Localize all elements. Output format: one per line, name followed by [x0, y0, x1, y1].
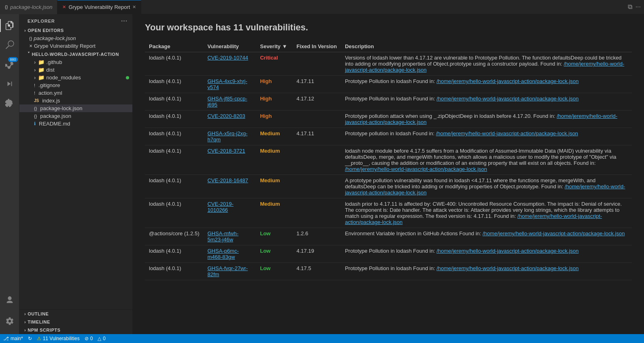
desc-link[interactable]: /home/jeremy/hello-world-javascript-acti… — [345, 113, 617, 125]
file-readme[interactable]: ℹ README.md — [19, 120, 132, 128]
desc-link[interactable]: /home/jeremy/hello-world-javascript-acti… — [436, 248, 578, 254]
desc-link[interactable]: /home/jeremy/hello-world-javascript-acti… — [482, 230, 625, 236]
vuln-link[interactable]: GHSA-fvqr-27wr-82fm — [207, 265, 248, 277]
activity-run[interactable] — [0, 74, 19, 94]
cell-desc: Prototype Pollution in lodash Found in: … — [341, 93, 632, 111]
cell-vuln[interactable]: GHSA-fvqr-27wr-82fm — [203, 263, 256, 280]
cell-vuln[interactable]: GHSA-jf85-cpcp-j695 — [203, 93, 256, 111]
vuln-link[interactable]: CVE-2018-16487 — [207, 177, 248, 183]
file-action-yml[interactable]: ! action.yml — [19, 89, 132, 97]
vuln-link[interactable]: GHSA-4xc9-xhrj-v574 — [207, 78, 247, 90]
file-dist[interactable]: › 📁 dist — [19, 66, 132, 74]
outline-arrow: › — [24, 311, 26, 316]
open-editor-grype[interactable]: ✕ Grype Vulnerability Report — [19, 42, 132, 50]
status-sync[interactable]: ↻ — [28, 336, 32, 341]
cell-desc: Prototype Pollution in lodash Found in: … — [341, 263, 632, 280]
status-branch[interactable]: ⎇ main* — [3, 336, 23, 341]
cell-desc: Prototype Pollution in lodash Found in: … — [341, 76, 632, 93]
warning-label: 11 Vulnerabilities — [43, 336, 80, 341]
status-warnings[interactable]: ⚠ 11 Vulnerabilities — [37, 336, 80, 341]
desc-link[interactable]: /home/jeremy/hello-world-javascript-acti… — [345, 166, 487, 172]
close-icon-editor[interactable]: ✕ — [29, 44, 32, 48]
activity-files[interactable] — [0, 16, 19, 35]
activity-source-control[interactable]: 880 — [0, 55, 19, 74]
cell-vuln[interactable]: GHSA-p6mc-m468-83gw — [203, 245, 256, 263]
vuln-link[interactable]: GHSA-mfwh-5m23-j46w — [207, 230, 238, 243]
cell-severity: Low — [256, 228, 292, 245]
cell-vuln[interactable]: CVE-2019-1010266 — [203, 198, 256, 228]
tab-label-grype: Grype Vulnerability Report — [68, 4, 130, 10]
tab-close-icon[interactable]: ✕ — [132, 4, 136, 10]
vuln-link[interactable]: CVE-2019-1010266 — [207, 201, 233, 213]
cell-vuln[interactable]: GHSA-x5rq-j2xg-h7qm — [203, 128, 256, 145]
cell-vuln[interactable]: CVE-2018-16487 — [203, 175, 256, 198]
npm-scripts-panel[interactable]: › NPM SCRIPTS — [19, 326, 132, 334]
cell-vuln[interactable]: CVE-2020-8203 — [203, 111, 256, 128]
vulnerability-table: Package Vulnerability Severity ▼ Fixed I… — [145, 41, 632, 280]
tab-label: package-lock.json — [10, 4, 52, 10]
file-icon-json: {} — [34, 106, 37, 111]
status-alerts[interactable]: △ 0 — [98, 336, 106, 341]
file-icon-action: ! — [34, 91, 35, 96]
cell-vuln[interactable]: GHSA-mfwh-5m23-j46w — [203, 228, 256, 245]
desc-link[interactable]: /home/jeremy/hello-world-javascript-acti… — [436, 130, 578, 136]
cell-fixed: 4.17.12 — [292, 93, 341, 111]
npm-arrow: › — [24, 328, 26, 332]
workspace-section[interactable]: ˅ HELLO-WORLD-JAVASCRIPT-ACTION — [19, 50, 132, 58]
cell-severity: Low — [256, 263, 292, 280]
cell-vuln[interactable]: GHSA-4xc9-xhrj-v574 — [203, 76, 256, 93]
desc-link[interactable]: /home/jeremy/hello-world-javascript-acti… — [345, 213, 602, 225]
desc-link[interactable]: /home/jeremy/hello-world-javascript-acti… — [345, 61, 624, 73]
activity-account[interactable] — [0, 290, 19, 310]
status-errors[interactable]: ⊘ 0 — [85, 336, 93, 341]
desc-link[interactable]: /home/jeremy/hello-world-javascript-acti… — [436, 78, 578, 84]
file-label: package-lock.json — [34, 35, 76, 41]
desc-link[interactable]: /home/jeremy/hello-world-javascript-acti… — [345, 183, 625, 196]
cell-vuln[interactable]: CVE-2019-10744 — [203, 52, 256, 76]
open-editor-package-lock[interactable]: {} package-lock.json — [19, 34, 132, 42]
activity-search[interactable] — [0, 35, 19, 55]
vuln-link[interactable]: CVE-2019-10744 — [207, 55, 248, 61]
open-editors-arrow: › — [24, 28, 26, 33]
vuln-link[interactable]: GHSA-jf85-cpcp-j695 — [207, 96, 247, 108]
table-row: lodash (4.0.1) CVE-2020-8203 High Protot… — [145, 111, 632, 128]
activity-extensions[interactable] — [0, 94, 19, 113]
tab-grype-report[interactable]: ✕ Grype Vulnerability Report ✕ — [57, 0, 141, 14]
cell-severity: Medium — [256, 175, 292, 198]
outline-panel[interactable]: › OUTLINE — [19, 310, 132, 318]
outline-label: OUTLINE — [28, 311, 49, 316]
cell-severity: High — [256, 93, 292, 111]
cell-package: lodash (4.0.1) — [145, 198, 203, 228]
file-package-json[interactable]: {} package.json — [19, 112, 132, 120]
desc-link[interactable]: /home/jeremy/hello-world-javascript-acti… — [436, 265, 578, 271]
sidebar-bottom: › OUTLINE › TIMELINE › NPM SCRIPTS — [19, 309, 132, 334]
table-row: lodash (4.0.1) CVE-2018-3721 Medium loda… — [145, 145, 632, 175]
cell-vuln[interactable]: CVE-2018-3721 — [203, 145, 256, 175]
vuln-link[interactable]: GHSA-p6mc-m468-83gw — [207, 248, 238, 260]
split-editor-icon[interactable]: ⧉ — [628, 3, 632, 11]
file-package-lock[interactable]: {} package-lock.json — [19, 104, 132, 112]
open-editors-section[interactable]: › OPEN EDITORS — [19, 26, 132, 34]
vuln-link[interactable]: GHSA-x5rq-j2xg-h7qm — [207, 130, 247, 143]
col-header-vuln: Vulnerability — [203, 41, 256, 52]
cell-package: lodash (4.0.1) — [145, 76, 203, 93]
vuln-link[interactable]: CVE-2020-8203 — [207, 113, 245, 119]
sidebar-more-icon[interactable]: ··· — [121, 17, 128, 25]
branch-label: main* — [11, 336, 23, 341]
file-node-modules[interactable]: › 📁 node_modules — [19, 74, 132, 81]
activity-settings[interactable] — [0, 311, 19, 331]
cell-fixed — [292, 175, 341, 198]
cell-package: lodash (4.0.1) — [145, 245, 203, 263]
file-index-js[interactable]: JS index.js — [19, 97, 132, 104]
file-icon-gitignore: ! — [34, 83, 35, 88]
timeline-panel[interactable]: › TIMELINE — [19, 318, 132, 326]
vuln-link[interactable]: CVE-2018-3721 — [207, 148, 245, 154]
table-row: lodash (4.0.1) CVE-2018-16487 Medium A p… — [145, 175, 632, 198]
more-actions-icon[interactable]: ··· — [635, 3, 641, 11]
activity-bar: 880 — [0, 14, 19, 334]
file-github[interactable]: › 📁 .github — [19, 58, 132, 66]
desc-link[interactable]: /home/jeremy/hello-world-javascript-acti… — [436, 96, 578, 102]
file-gitignore[interactable]: ! .gitignore — [19, 81, 132, 89]
tab-package-lock[interactable]: {} package-lock.json — [0, 0, 57, 14]
col-header-severity[interactable]: Severity ▼ — [256, 41, 292, 52]
